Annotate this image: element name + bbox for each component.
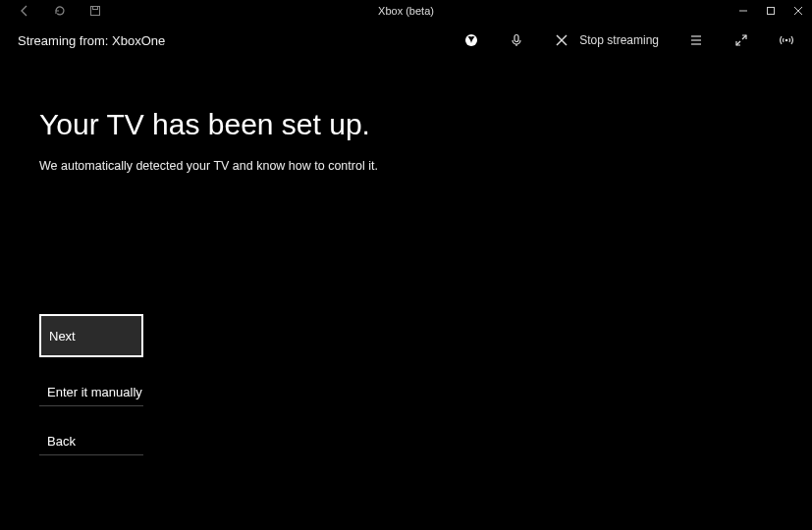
window-controls — [730, 0, 812, 22]
broadcast-icon[interactable] — [779, 32, 794, 48]
svg-rect-7 — [514, 35, 518, 42]
maximize-button[interactable] — [757, 0, 785, 22]
svg-rect-1 — [93, 7, 98, 10]
page-heading: Your TV has been set up. — [39, 108, 812, 141]
back-arrow-icon[interactable] — [18, 4, 31, 18]
subheader: Streaming from: XboxOne Stop streaming — [0, 22, 812, 59]
close-button[interactable] — [785, 0, 812, 22]
streaming-from-label: Streaming from: XboxOne — [18, 33, 165, 48]
fullscreen-icon[interactable] — [733, 32, 749, 48]
microphone-icon[interactable] — [509, 32, 524, 48]
action-buttons: Next Enter it manually Back — [39, 314, 143, 455]
next-button[interactable]: Next — [39, 314, 143, 357]
titlebar: Xbox (beta) — [0, 0, 812, 22]
stop-streaming-button[interactable]: Stop streaming — [554, 32, 659, 48]
page-subtext: We automatically detected your TV and kn… — [39, 159, 812, 173]
svg-rect-3 — [768, 8, 775, 15]
list-icon[interactable] — [688, 32, 704, 48]
xbox-icon[interactable] — [463, 32, 479, 48]
stop-streaming-label: Stop streaming — [579, 33, 659, 47]
main-content: Your TV has been set up. We automaticall… — [0, 59, 812, 173]
titlebar-left — [0, 4, 102, 18]
minimize-button[interactable] — [730, 0, 757, 22]
svg-point-16 — [785, 39, 788, 42]
refresh-icon[interactable] — [53, 4, 67, 18]
window-title: Xbox (beta) — [378, 5, 434, 17]
save-icon[interactable] — [88, 4, 102, 18]
subheader-actions: Stop streaming — [463, 32, 794, 48]
enter-manually-button[interactable]: Enter it manually — [39, 377, 143, 406]
svg-rect-0 — [91, 7, 100, 16]
close-icon — [554, 32, 569, 48]
back-button[interactable]: Back — [39, 426, 143, 455]
